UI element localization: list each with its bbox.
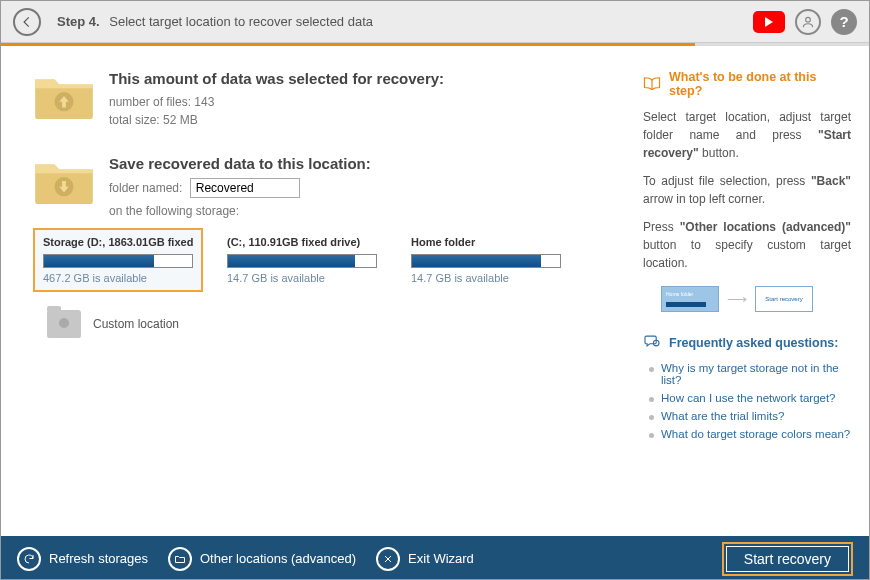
arrow-right-icon: ⟶ [727,291,747,307]
storage-option-0[interactable]: Storage (D:, 1863.01GB fixed drive)467.2… [33,228,203,292]
save-section: Save recovered data to this location: fo… [33,155,623,220]
arrow-left-icon [20,15,34,29]
svg-point-0 [806,17,811,22]
summary-section: This amount of data was selected for rec… [33,70,623,129]
storage-title: Storage (D:, 1863.01GB fixed drive) [43,236,193,248]
folder-icon [168,547,192,571]
folder-name-input[interactable] [190,178,300,198]
faq-item-2[interactable]: What are the trial limits? [647,407,851,425]
files-count: number of files: 143 [109,93,444,111]
exit-wizard-button[interactable]: Exit Wizard [376,547,474,571]
start-recovery-button[interactable]: Start recovery [722,542,853,576]
faq-item-1[interactable]: How can I use the network target? [647,389,851,407]
storage-available: 14.7 GB is available [411,272,561,284]
storage-label: on the following storage: [109,202,623,220]
storage-usage-bar [43,254,193,268]
mini-storage-thumb: Home folder [661,286,719,312]
step-number: Step 4. [57,14,100,29]
faq-list: Why is my target storage not in the list… [643,359,851,443]
main-panel: This amount of data was selected for rec… [1,46,643,536]
storage-title: Home folder [411,236,561,248]
storage-title: (C:, 110.91GB fixed drive) [227,236,377,248]
faq-item-0[interactable]: Why is my target storage not in the list… [647,359,851,389]
help-illustration: Home folder ⟶ Start recovery [661,286,851,312]
storage-options: Storage (D:, 1863.01GB fixed drive)467.2… [33,228,623,292]
step-title: Step 4. Select target location to recove… [57,14,373,29]
help-panel: What's to be done at this step? Select t… [643,46,869,536]
summary-title: This amount of data was selected for rec… [109,70,444,87]
save-title: Save recovered data to this location: [109,155,623,172]
wizard-header: Step 4. Select target location to recove… [1,1,869,43]
faq-title: Frequently asked questions: [669,336,838,350]
other-locations-button[interactable]: Other locations (advanced) [168,547,356,571]
storage-usage-bar [411,254,561,268]
folder-label: folder named: [109,181,182,195]
chat-icon [643,334,661,351]
folder-download-icon [33,155,95,205]
help-title: What's to be done at this step? [669,70,851,98]
youtube-icon[interactable] [753,11,785,33]
storage-available: 467.2 GB is available [43,272,193,284]
storage-usage-bar [227,254,377,268]
help-p1: Select target location, adjust target fo… [643,108,851,162]
mini-start-thumb: Start recovery [755,286,813,312]
book-icon [643,76,661,93]
storage-option-2[interactable]: Home folder14.7 GB is available [401,228,571,292]
faq-item-3[interactable]: What do target storage colors mean? [647,425,851,443]
help-p3: Press "Other locations (advanced)" butto… [643,218,851,272]
back-button[interactable] [13,8,41,36]
account-icon[interactable] [795,9,821,35]
wizard-footer: Refresh storages Other locations (advanc… [1,536,869,580]
storage-option-1[interactable]: (C:, 110.91GB fixed drive)14.7 GB is ava… [217,228,387,292]
close-icon [376,547,400,571]
storage-available: 14.7 GB is available [227,272,377,284]
custom-location-label: Custom location [93,317,179,331]
help-p2: To adjust file selection, press "Back" a… [643,172,851,208]
total-size: total size: 52 MB [109,111,444,129]
step-description: Select target location to recover select… [109,14,373,29]
folder-upload-icon [33,70,95,120]
refresh-icon [17,547,41,571]
refresh-storages-button[interactable]: Refresh storages [17,547,148,571]
custom-location-button[interactable]: Custom location [47,310,623,338]
folder-grey-icon [47,310,81,338]
help-icon[interactable]: ? [831,9,857,35]
